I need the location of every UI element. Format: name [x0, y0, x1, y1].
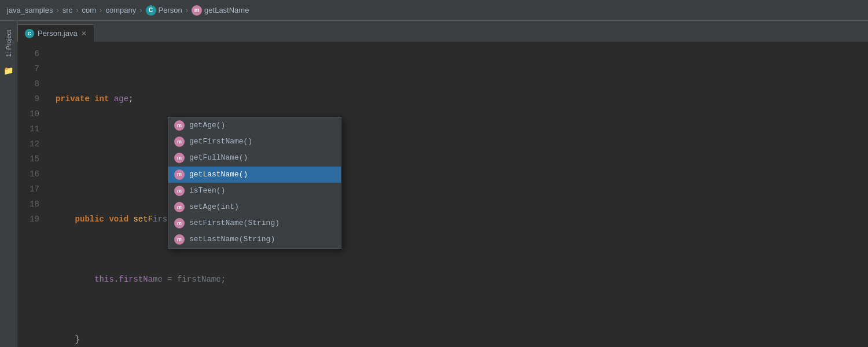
breadcrumb-person[interactable]: C Person: [146, 5, 182, 16]
class-icon: C: [146, 5, 156, 16]
method-icon-setfirstname: m: [174, 218, 185, 228]
code-line-6: private int age;: [56, 91, 868, 106]
breadcrumb-method-label: getLastName: [204, 6, 249, 14]
method-icon-isteen: m: [174, 186, 185, 196]
autocomplete-item-getlastname[interactable]: m getLastName(): [168, 167, 341, 183]
line-num-6: 6: [17, 46, 39, 61]
breadcrumb-sep-1: ›: [57, 6, 59, 14]
method-icon-getage: m: [174, 120, 185, 131]
line-num-9: 9: [17, 91, 39, 106]
sidebar: 1: Project 📁: [0, 21, 17, 347]
autocomplete-label-setlastname: setLastName(String): [189, 234, 275, 245]
autocomplete-label-getage: getAge(): [189, 120, 225, 131]
line-num-11: 11: [17, 121, 39, 136]
tab-class-icon: C: [25, 29, 34, 38]
autocomplete-label-setfirstname: setFirstName(String): [189, 218, 279, 228]
editor-area[interactable]: 6 7 8 9 10 11 12 15 16 17 18 19 private …: [17, 42, 868, 347]
tab-bar: C Person.java ✕: [17, 21, 868, 42]
line-num-15: 15: [17, 152, 39, 167]
autocomplete-item-getfirstname[interactable]: m getFirstName(): [168, 134, 341, 150]
breadcrumb-getlastname[interactable]: m getLastName: [192, 5, 249, 16]
autocomplete-item-isteen[interactable]: m isTeen(): [168, 183, 341, 199]
breadcrumb-src[interactable]: src: [62, 6, 72, 14]
line-num-12: 12: [17, 136, 39, 152]
breadcrumb-sep-4: ›: [139, 6, 142, 14]
breadcrumb: java_samples › src › com › company › C P…: [0, 0, 868, 21]
sidebar-tab-project[interactable]: 1: Project: [3, 25, 14, 61]
code-line-9: this.firstName = firstName;: [56, 272, 868, 287]
method-icon-getfirstname: m: [174, 136, 185, 147]
autocomplete-item-setage[interactable]: m setAge(int): [168, 199, 341, 215]
editor-wrapper: C Person.java ✕ 6 7 8 9 10 11 12 15 16: [17, 21, 868, 347]
tab-filename: Person.java: [38, 29, 78, 38]
breadcrumb-person-label: Person: [159, 6, 182, 14]
breadcrumb-sep-2: ›: [76, 6, 78, 14]
method-icon-setlastname: m: [174, 234, 185, 245]
line-num-10: 10: [17, 106, 39, 121]
code-line-10: }: [56, 332, 868, 347]
breadcrumb-java-samples[interactable]: java_samples: [7, 6, 53, 14]
sidebar-folder-icon[interactable]: 📁: [3, 66, 13, 76]
breadcrumb-sep-5: ›: [186, 6, 188, 14]
breadcrumb-company[interactable]: company: [105, 6, 136, 14]
autocomplete-item-getage[interactable]: m getAge(): [168, 117, 341, 134]
method-icon-setage: m: [174, 202, 185, 212]
autocomplete-label-getfirstname: getFirstName(): [189, 136, 252, 147]
line-num-19: 19: [17, 212, 39, 227]
autocomplete-label-isteen: isTeen(): [189, 186, 225, 196]
autocomplete-label-getfullname: getFullName(): [189, 153, 248, 163]
autocomplete-item-setlastname[interactable]: m setLastName(String): [168, 231, 341, 248]
line-num-8: 8: [17, 76, 39, 91]
line-num-16: 16: [17, 167, 39, 182]
line-num-7: 7: [17, 61, 39, 76]
line-num-17: 17: [17, 182, 39, 197]
method-icon: m: [192, 5, 202, 16]
breadcrumb-sep-3: ›: [100, 6, 102, 14]
breadcrumb-com[interactable]: com: [82, 6, 97, 14]
main-layout: 1: Project 📁 C Person.java ✕ 6 7 8 9 10: [0, 21, 868, 347]
tab-person-java[interactable]: C Person.java ✕: [17, 24, 94, 42]
method-icon-getlastname: m: [174, 169, 185, 180]
autocomplete-label-setage: setAge(int): [189, 202, 239, 212]
autocomplete-dropdown[interactable]: m getAge() m getFirstName() m getFullNam…: [168, 117, 341, 249]
line-numbers: 6 7 8 9 10 11 12 15 16 17 18 19: [17, 42, 46, 347]
line-num-18: 18: [17, 197, 39, 212]
autocomplete-item-getfullname[interactable]: m getFullName(): [168, 150, 341, 166]
tab-close-button[interactable]: ✕: [81, 29, 87, 38]
editor-content: 6 7 8 9 10 11 12 15 16 17 18 19 private …: [17, 42, 868, 347]
method-icon-getfullname: m: [174, 153, 185, 163]
autocomplete-label-getlastname: getLastName(): [189, 169, 248, 180]
autocomplete-item-setfirstname[interactable]: m setFirstName(String): [168, 215, 341, 231]
